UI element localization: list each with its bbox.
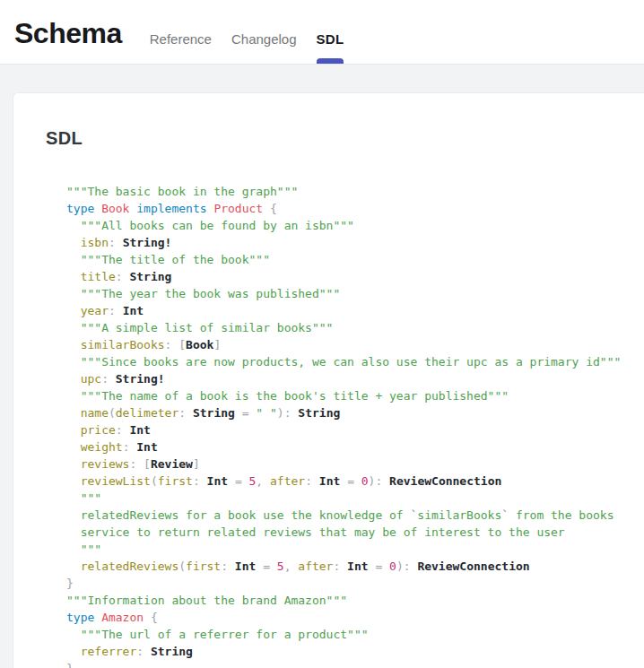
code-token: String! [116,372,165,386]
code-token: Int [207,474,228,488]
code-token: type [66,611,94,624]
code-token: title [81,270,116,283]
code-token: : [109,304,116,317]
code-token: first [158,474,193,488]
code-line: price: Int [66,421,644,438]
code-token: referrer [81,645,137,658]
code-line: reviews: [Review] [66,455,644,473]
code-token: reviews [81,457,130,471]
code-token [242,474,249,488]
code-token: } [66,662,74,668]
code-token: Book [186,338,213,351]
sdl-heading: SDL [46,127,644,149]
code-token [312,474,319,488]
code-token: ): [369,474,383,488]
code-token [109,372,116,386]
code-token: after [270,474,305,488]
code-token: = [347,474,354,488]
code-token: : [221,560,228,573]
code-token: : [109,236,116,249]
code-token [270,560,277,573]
code-token: ): [396,560,411,573]
code-line: referrer: String [66,643,644,660]
code-token: { [270,202,277,215]
code-token: Int [129,423,150,437]
code-line: type Amazon { [66,609,644,626]
code-line: """The name of a book is the book's titl… [66,387,644,404]
code-token [66,338,81,351]
code-token [66,389,81,403]
code-token [66,355,81,369]
code-token: 0 [361,474,369,488]
code-token [66,321,81,334]
code-token [66,457,81,471]
code-token: Book [101,202,129,215]
code-token: """ [81,491,101,505]
code-line: year: Int [66,302,644,319]
code-token [382,474,389,488]
code-token: reviewList [81,474,151,488]
code-line: relatedReviews(first: Int = 5, after: In… [66,558,644,575]
code-token [382,560,389,573]
code-token [66,560,81,573]
code-token [66,542,81,556]
code-token [66,525,81,539]
code-token [94,611,101,624]
code-token: """Since books are now products, we can … [81,355,622,369]
code-token [66,236,81,249]
code-line: """Since books are now products, we can … [66,353,644,370]
code-token: [ [144,457,151,471]
code-token: weight [81,440,123,454]
code-token [263,474,270,488]
code-line: """ [66,541,644,558]
code-token: String! [123,236,172,249]
code-token: """A simple list of similar books""" [81,321,334,334]
active-tab-underline [317,58,344,64]
code-token: : [178,406,186,420]
tab-reference-label: Reference [150,31,212,47]
code-token: """The url of a referrer for a product""… [81,628,369,641]
sdl-card: SDL """The basic book in the graph"""typ… [13,92,644,668]
code-line: service to return related reviews that m… [66,524,644,541]
code-token: 5 [277,560,284,573]
code-line: } [66,575,644,592]
code-token [256,560,263,573]
code-token [66,440,81,454]
code-token [94,202,101,215]
code-token [66,628,81,641]
code-token: Int [347,560,368,573]
code-token: Int [235,560,256,573]
code-token: """The basic book in the graph""" [66,185,298,198]
code-line: } [66,660,644,668]
code-token: Review [151,457,193,471]
code-token: 0 [389,560,396,573]
code-token [66,508,81,522]
code-token: type [66,202,94,215]
code-token: year [81,304,109,317]
code-token: Int [319,474,340,488]
tab-sdl[interactable]: SDL [317,0,344,64]
code-token [136,457,144,471]
code-token: price [81,423,116,437]
code-token: """ [81,542,101,556]
code-token: String [129,270,171,283]
code-token: Amazon [101,611,144,624]
code-token: String [193,406,235,420]
code-token: String [151,645,193,658]
code-token: : [136,645,144,658]
page-header: Schema Reference Changelog SDL [0,0,644,65]
code-token [66,474,81,488]
code-token: [ [178,338,186,351]
code-token [66,219,81,232]
code-token: : [116,423,123,437]
code-token: upc [81,372,101,386]
code-token: similarBooks [81,338,165,351]
tabs-nav: Reference Changelog SDL [150,0,344,64]
content-area: SDL """The basic book in the graph"""typ… [0,65,644,668]
code-token: String [298,406,340,420]
code-token: ] [213,338,221,351]
code-line: """The url of a referrer for a product""… [66,626,644,643]
code-token: : [193,474,200,488]
tab-changelog[interactable]: Changelog [231,0,297,64]
tab-reference[interactable]: Reference [150,0,212,64]
